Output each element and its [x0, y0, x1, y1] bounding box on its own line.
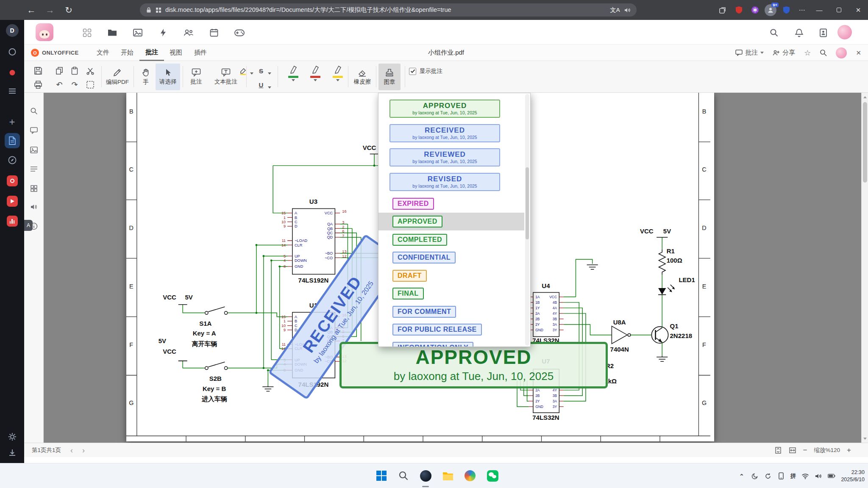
window-close-button[interactable]: ✕ [849, 0, 868, 20]
browser-back-button[interactable]: ← [24, 3, 39, 18]
ublock-extension-icon[interactable] [732, 4, 745, 17]
underline-icon[interactable]: U [256, 78, 267, 91]
rail-add-icon[interactable]: + [9, 116, 15, 128]
fit-page-icon[interactable] [774, 446, 782, 454]
rail-menu-icon[interactable] [8, 88, 16, 94]
tray-moon-icon[interactable] [751, 472, 759, 480]
rail-red-app-3-icon[interactable] [7, 216, 18, 227]
save-button[interactable] [32, 64, 45, 77]
rail-compass-icon[interactable] [8, 156, 17, 164]
pen-green-button[interactable] [285, 64, 302, 81]
app-calendar-icon[interactable] [209, 28, 219, 38]
prev-page-icon[interactable]: ‹ [70, 446, 73, 455]
highlight-pen-caret[interactable] [249, 67, 255, 80]
copy-button[interactable] [53, 64, 66, 77]
rail-download-icon[interactable] [8, 449, 16, 457]
stamp-tool-button[interactable]: 图章 [378, 64, 401, 90]
app-user-avatar[interactable] [837, 25, 852, 39]
editor-user-avatar[interactable] [836, 47, 847, 58]
app-contacts-icon[interactable] [184, 28, 194, 38]
taskbar-app-5-icon[interactable] [462, 467, 479, 484]
pen-yellow-button[interactable] [329, 64, 346, 81]
redo-button[interactable]: ↷ [68, 78, 81, 91]
stamp-option-received-dated[interactable]: RECEIVEDby laoxong at Tue, Jun, 10, 2025 [389, 124, 500, 142]
header-comment-button[interactable]: 批注 [735, 49, 764, 57]
tray-sync-icon[interactable] [764, 472, 772, 480]
stamp-option-reviewed-dated[interactable]: REVIEWEDby laoxong at Tue, Jun, 10, 2025 [389, 148, 500, 166]
rail-documents-icon-active[interactable] [5, 133, 20, 148]
eraser-tool-button[interactable]: 橡皮擦 [351, 64, 374, 90]
print-button[interactable] [32, 78, 45, 91]
cut-button[interactable] [84, 64, 97, 77]
taskbar-app-active-icon[interactable] [417, 467, 434, 484]
rail-red-app-1-icon[interactable] [7, 175, 18, 186]
panel-pages-icon[interactable] [29, 183, 39, 194]
panel-thumbnails-icon[interactable] [29, 145, 39, 155]
tab-view[interactable]: 视图 [164, 44, 188, 61]
stamp-option-for-comment[interactable]: FOR COMMENT [378, 303, 524, 321]
hand-tool-button[interactable]: 手 [137, 64, 155, 90]
tray-clock[interactable]: 22:30 2025/6/10 [841, 469, 865, 483]
app-files-icon[interactable] [107, 28, 117, 38]
rail-settings-gear-icon[interactable] [8, 433, 17, 441]
dropdown-scrollbar-thumb[interactable] [526, 167, 529, 239]
tab-file[interactable]: 文件 [91, 44, 115, 61]
show-comments-checkbox[interactable]: 显示批注 [409, 67, 442, 75]
app-search-icon[interactable] [769, 28, 779, 38]
panel-outline-icon[interactable] [29, 164, 39, 174]
taskbar-file-explorer-icon[interactable] [440, 467, 456, 484]
tab-home[interactable]: 开始 [115, 44, 139, 61]
tray-phone-link-icon[interactable] [777, 472, 785, 480]
app-logo-anime-avatar[interactable] [36, 23, 53, 41]
browser-reload-button[interactable]: ↻ [61, 3, 76, 18]
zoom-level[interactable]: 缩放%120 [814, 446, 840, 454]
scroll-up-icon[interactable] [862, 94, 868, 100]
stamp-option-completed[interactable]: COMPLETED [378, 231, 524, 249]
browser-menu-icon[interactable]: ⋯ [794, 0, 810, 20]
start-button[interactable] [373, 467, 390, 484]
undo-button[interactable]: ↶ [53, 78, 66, 91]
stamp-option-confidential[interactable]: CONFIDENTIAL [378, 249, 524, 266]
approved-stamp-annotation[interactable]: APPROVED by laoxong at Tue, Jun, 10, 202… [339, 342, 608, 388]
select-area-button[interactable] [84, 78, 97, 91]
stamp-option-approved-dated[interactable]: APPROVEDby laoxong at Tue, Jun, 10, 2025 [389, 100, 500, 118]
rail-user-avatar[interactable]: D [6, 24, 19, 37]
stamp-option-draft[interactable]: DRAFT [378, 267, 524, 285]
dropdown-scrollbar[interactable] [525, 94, 529, 346]
read-aloud-icon[interactable] [624, 7, 631, 13]
favorite-star-icon[interactable]: ☆ [804, 48, 811, 58]
sidebar-handle-a[interactable]: A [24, 220, 33, 231]
tray-show-hidden-icons[interactable]: ⌃ [738, 472, 746, 480]
underline-caret[interactable] [267, 81, 273, 94]
window-restore-button[interactable] [829, 0, 849, 20]
document-scrollbar-thumb[interactable] [863, 102, 867, 183]
rail-red-dot-icon[interactable] [9, 70, 15, 75]
collections-icon[interactable] [716, 4, 729, 17]
stamp-option-revised-dated[interactable]: REVISEDby laoxong at Tue, Jun, 10, 2025 [389, 173, 500, 191]
window-minimize-button[interactable]: — [810, 0, 829, 20]
strikeout-icon[interactable]: S [256, 64, 267, 77]
pen-red-button[interactable] [307, 64, 324, 81]
stamp-option-expired[interactable]: EXPIRED [378, 195, 524, 213]
close-document-icon[interactable]: ✕ [856, 49, 861, 57]
translate-icon[interactable]: 文A [610, 6, 620, 14]
strikeout-caret[interactable] [267, 67, 273, 80]
rail-circle-icon[interactable] [8, 48, 16, 55]
taskbar-wechat-icon[interactable] [484, 467, 501, 484]
app-activity-icon[interactable] [158, 28, 168, 38]
highlight-pen-icon[interactable] [238, 64, 249, 77]
panel-comments-icon[interactable] [29, 125, 39, 136]
zoom-in-button[interactable]: + [847, 446, 851, 455]
editor-search-icon[interactable] [820, 49, 827, 56]
rail-red-app-2-icon[interactable] [7, 196, 18, 207]
stamp-option-for-public-release[interactable]: FOR PUBLIC RELEASE [378, 321, 524, 338]
panel-speaker-icon[interactable] [29, 202, 39, 212]
browser-forward-button[interactable]: → [42, 3, 58, 18]
stamp-option-final[interactable]: FINAL [378, 285, 524, 302]
app-games-icon[interactable] [234, 28, 245, 38]
next-page-icon[interactable]: › [82, 446, 85, 455]
edit-pdf-button[interactable]: 编辑PDF [104, 64, 131, 90]
ime-indicator[interactable]: 拼 [790, 472, 796, 480]
purple-extension-icon[interactable] [748, 4, 761, 17]
taskbar-search-icon[interactable] [395, 467, 412, 484]
